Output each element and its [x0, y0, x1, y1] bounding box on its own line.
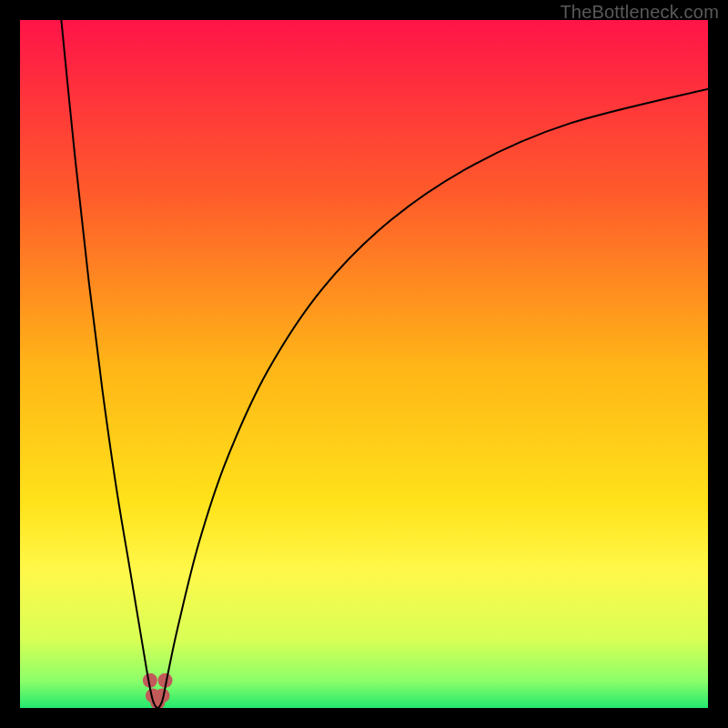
plot-area	[20, 20, 708, 708]
watermark-text: TheBottleneck.com	[560, 2, 719, 23]
bottleneck-plot-svg	[20, 20, 708, 708]
gradient-background	[20, 20, 708, 708]
chart-frame: TheBottleneck.com	[0, 0, 728, 728]
